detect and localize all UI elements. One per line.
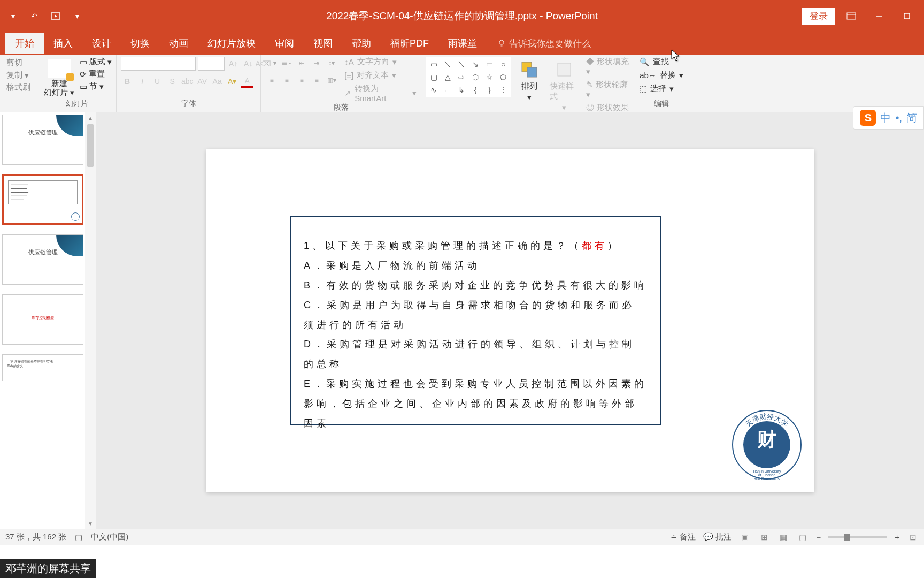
columns-icon[interactable]: ▥▾ [325, 74, 338, 87]
minimize-icon[interactable] [867, 8, 891, 24]
replace-button[interactable]: ab↔ 替换 ▾ [640, 70, 683, 80]
slide-canvas[interactable]: 1、以下关于采购或采购管理的描述正确的是？（都有） A．采购是入厂物流的前端活动… [206, 149, 814, 492]
align-center-icon[interactable]: ≡ [280, 74, 293, 87]
thumbnail-2[interactable]: ━━━━━━━━━━━━━━━━━━━━━━━━━━━━━━━━━━━━━━━━… [2, 174, 83, 225]
font-size-select[interactable] [198, 57, 225, 71]
tab-help[interactable]: 帮助 [342, 33, 381, 54]
align-justify-icon[interactable]: ≡ [310, 74, 323, 87]
slideshow-view-icon[interactable]: ▢ [797, 533, 808, 542]
zoom-out-button[interactable]: − [816, 533, 821, 542]
shape-star-icon[interactable]: ☆ [483, 71, 496, 83]
normal-view-icon[interactable]: ▣ [739, 533, 751, 542]
shape-rarrow-icon[interactable]: ⇨ [455, 71, 468, 83]
numbering-icon[interactable]: ⩸▾ [280, 57, 293, 70]
shapes-gallery[interactable]: ▭ ＼ ＼ ↘ ▭ ○ ▢ △ ⇨ ⬡ ☆ ⬠ ∿ ⌐ ↳ { } ⋮ [426, 57, 511, 97]
slide-editor[interactable]: 1、以下关于采购或采购管理的描述正确的是？（都有） A．采购是入厂物流的前端活动… [96, 112, 924, 529]
thumbnail-5[interactable]: 一节 库存管理的基本原理和方法库存的含义 [2, 354, 83, 381]
text-box[interactable]: 1、以下关于采购或采购管理的描述正确的是？（都有） A．采购是入厂物流的前端活动… [290, 216, 661, 425]
align-right-icon[interactable]: ≡ [295, 74, 308, 87]
shape-oval-icon[interactable]: ○ [497, 58, 510, 70]
tab-design[interactable]: 设计 [82, 33, 121, 54]
shadow-button[interactable]: S [166, 75, 179, 88]
layout-button[interactable]: ▭ 版式 ▾ [80, 57, 112, 67]
fit-window-icon[interactable]: ⊡ [907, 533, 919, 542]
bullets-icon[interactable]: ≔▾ [265, 57, 278, 70]
italic-button[interactable]: I [136, 75, 149, 88]
new-slide-button[interactable]: 新建幻灯片 ▾ [42, 57, 76, 99]
shape-hex-icon[interactable]: ⬡ [469, 71, 482, 83]
shape-line-icon[interactable]: ＼ [441, 58, 454, 70]
tab-foxit[interactable]: 福昕PDF [381, 33, 438, 54]
shape-outline-button[interactable]: ✎ 形状轮廓 ▾ [586, 80, 630, 100]
line-spacing-icon[interactable]: ↕▾ [325, 57, 338, 70]
comments-button[interactable]: 💬 批注 [703, 532, 732, 542]
language-indicator[interactable]: 中文(中国) [91, 532, 128, 542]
tab-insert[interactable]: 插入 [44, 33, 82, 54]
thumb-scrollbar[interactable]: ▲ ▼ [85, 112, 96, 529]
slide-counter[interactable]: 37 张，共 162 张 [5, 532, 66, 542]
cut-button[interactable]: 剪切 [6, 58, 30, 68]
shape-arrow-icon[interactable]: ↘ [469, 58, 482, 70]
tab-animations[interactable]: 动画 [159, 33, 198, 54]
spacing-button[interactable]: AV [196, 75, 209, 88]
bold-button[interactable]: B [121, 75, 134, 88]
shape-line2-icon[interactable]: ＼ [455, 58, 468, 70]
shape-pent-icon[interactable]: ⬠ [497, 71, 510, 83]
thumbnail-4[interactable]: 库存控制模型 [2, 294, 83, 345]
tab-review[interactable]: 审阅 [265, 33, 304, 54]
maximize-icon[interactable] [895, 8, 919, 24]
zoom-slider[interactable] [828, 536, 887, 538]
select-button[interactable]: ⬚ 选择 ▾ [640, 83, 683, 94]
shape-textbox-icon[interactable]: ▭ [427, 58, 440, 70]
tab-view[interactable]: 视图 [304, 33, 342, 54]
undo-icon[interactable]: ↶ [27, 9, 42, 24]
shape-brace-icon[interactable]: { [469, 84, 482, 96]
shape-roundrect-icon[interactable]: ▢ [427, 71, 440, 83]
scroll-down-icon[interactable]: ▼ [88, 518, 93, 529]
shape-connector-icon[interactable]: ↳ [455, 84, 468, 96]
quick-styles-button[interactable]: 快速样式▾ [548, 57, 581, 115]
qat-more-icon[interactable]: ▾ [70, 9, 84, 24]
ribbon-options-icon[interactable] [840, 8, 863, 24]
scroll-up-icon[interactable]: ▲ [88, 112, 93, 123]
shape-more-icon[interactable]: ⋮ [497, 84, 510, 96]
indent-inc-icon[interactable]: ⇥ [310, 57, 323, 70]
reading-view-icon[interactable]: ▦ [777, 533, 789, 542]
reset-button[interactable]: ⟳ 重置 [80, 69, 112, 79]
font-family-select[interactable] [121, 57, 196, 71]
text-direction-button[interactable]: ↕A 文字方向 ▾ [344, 57, 417, 67]
shape-tri-icon[interactable]: △ [441, 71, 454, 83]
thumbnail-3[interactable]: 供应链管理 [2, 234, 83, 285]
tab-slideshow[interactable]: 幻灯片放映 [198, 33, 265, 54]
strike-button[interactable]: abc [181, 75, 194, 88]
tab-home[interactable]: 开始 [5, 33, 44, 54]
tab-transitions[interactable]: 切换 [121, 33, 159, 54]
zoom-in-button[interactable]: + [895, 533, 899, 542]
startfromstart-icon[interactable] [48, 9, 63, 24]
section-button[interactable]: ▭ 节 ▾ [80, 81, 112, 92]
thumbnail-1[interactable]: 供应链管理 [2, 115, 83, 165]
ime-indicator[interactable]: S 中 •, 简 [853, 106, 924, 130]
decrease-font-icon[interactable]: A↓ [242, 57, 255, 70]
shape-fill-button[interactable]: ◆ 形状填充 ▾ [586, 57, 630, 77]
sorter-view-icon[interactable]: ⊞ [758, 533, 770, 542]
increase-font-icon[interactable]: A↑ [227, 57, 240, 70]
align-left-icon[interactable]: ≡ [265, 74, 278, 87]
highlight-button[interactable]: A▾ [226, 75, 238, 88]
spell-icon[interactable]: ▢ [75, 533, 82, 542]
shape-brace2-icon[interactable]: } [483, 84, 496, 96]
shape-curve-icon[interactable]: ∿ [427, 84, 440, 96]
align-text-button[interactable]: [≡] 对齐文本 ▾ [344, 70, 417, 80]
login-button[interactable]: 登录 [802, 8, 835, 25]
underline-button[interactable]: U [151, 75, 164, 88]
arrange-button[interactable]: 排列▾ [517, 57, 542, 104]
shape-rect-icon[interactable]: ▭ [483, 58, 496, 70]
smartart-button[interactable]: ↗ 转换为 SmartArt ▾ [344, 83, 417, 103]
save-icon[interactable]: ▾ [5, 9, 20, 24]
font-color-button[interactable]: A [241, 75, 253, 88]
notes-button[interactable]: ≐ 备注 [671, 532, 696, 542]
case-button[interactable]: Aa [211, 75, 224, 88]
format-painter-button[interactable]: 格式刷 [6, 82, 30, 93]
tell-me-search[interactable]: 告诉我你想要做什么 [497, 37, 591, 50]
shape-elbow-icon[interactable]: ⌐ [441, 84, 454, 96]
